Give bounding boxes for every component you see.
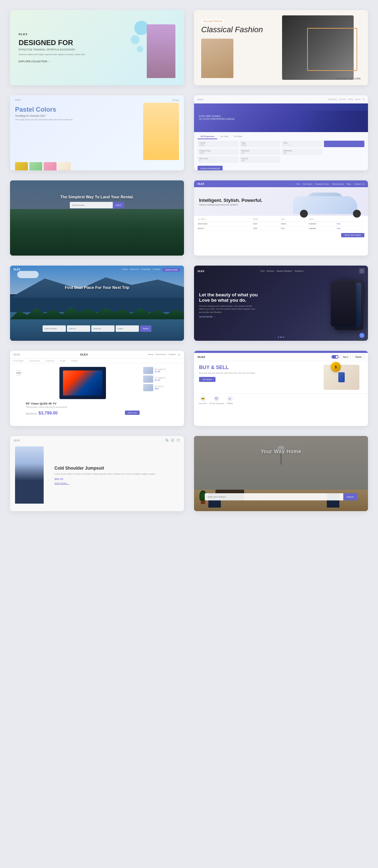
card-designed-for: DLEX DESIGNED FOR EFFECTIVE TRAINING, SP… (10, 10, 184, 85)
phone-back (331, 282, 356, 326)
card-rental: DLEX Login Sign Up The Simplest Way To L… (10, 180, 184, 256)
rental-search-button[interactable]: Search (113, 202, 124, 208)
card-1-content: DLEX DESIGNED FOR EFFECTIVE TRAINING, SP… (19, 33, 132, 63)
trip-guests-input[interactable] (116, 325, 139, 332)
field-country[interactable]: CountrySelect (198, 141, 238, 147)
card-8-nav: DLEX Find Devices Nearby Retailers Solut… (194, 266, 368, 276)
field-bathrooms[interactable]: BathroomsAny (282, 149, 323, 155)
card-11-logo: DLEX (14, 439, 20, 442)
old-price: $5,000.00 (26, 412, 37, 415)
dot-3[interactable] (283, 336, 284, 338)
card-4-nav: DLEX Shopping Contact Blog About ☰ (194, 95, 368, 103)
card-3-figure (143, 103, 179, 160)
person-figure (147, 24, 175, 78)
card-9-main: 55" Class QLED 4K TV This product comes … (26, 367, 140, 416)
cart-icon[interactable] (359, 268, 364, 273)
card-2-border (307, 28, 357, 71)
card-12-title: Your Way Home (194, 448, 368, 454)
dot-1[interactable] (278, 336, 279, 338)
card-9-subnav: TV & Video Computers Cameras Audio Mobil… (10, 359, 184, 363)
nav-btn-1[interactable]: Sign In (340, 355, 351, 359)
field-state[interactable]: StateSelect (240, 141, 281, 147)
card-10-title: BUY & SELL (199, 365, 316, 370)
field-bedrooms[interactable]: BedroomsAny (240, 149, 281, 155)
card-buy-sell: DLEX Sign In Register BUY & SELL Buy and… (194, 351, 368, 426)
subnav-audio[interactable]: Audio (57, 359, 68, 363)
card-8-logo: DLEX (198, 270, 204, 272)
field-empty (324, 149, 365, 155)
slider-nav-1[interactable] (16, 370, 21, 371)
tab-all-properties[interactable]: All Properties (198, 134, 217, 139)
card-1-desc: Summer stripes and bright tropical print… (19, 53, 132, 56)
card-3-desc: This page gives you the right informatio… (15, 118, 143, 121)
book-test-drive-button[interactable]: BOOK TEST DRIVE (341, 233, 364, 237)
logo-dlex: DLEX (19, 33, 132, 36)
next-arrow[interactable]: › (359, 333, 364, 338)
card-7-logo: DLEX (14, 268, 20, 272)
card-2-badge: COLLECTION 01 (201, 19, 224, 23)
nav-btn-2[interactable]: Register (353, 355, 364, 359)
card-9-nav: DLEX DLEX Home Electronics Contact 🛒 (10, 351, 184, 359)
field-property-type[interactable]: Property TypeSelect (198, 149, 238, 155)
rental-search-input[interactable] (70, 202, 113, 208)
related-products: 65" QLED TV $2,499 75" OLED TV $3,199 (143, 367, 179, 391)
dot-2[interactable] (280, 336, 282, 338)
card-your-way-home: Your Way Home Search (194, 436, 368, 511)
trip-checkout-input[interactable] (91, 325, 115, 332)
card-10-desc: Buy and sell your devices with best pric… (199, 372, 316, 374)
field-price[interactable]: Price────── (282, 141, 323, 147)
card-5-search: Search (10, 202, 184, 208)
table-row: Jetsell X 2023 SUV Available View (198, 226, 364, 231)
cart-icon[interactable]: 🛒 (178, 353, 180, 356)
card-6-nav: DLEX Find Car Name Featured Cars Testimo… (194, 180, 368, 187)
heart-icon[interactable]: ♡ (176, 438, 180, 442)
search-icon[interactable]: 🔍 (165, 438, 169, 442)
card-12-search: Search (205, 493, 357, 500)
card-1-cta[interactable]: EXPLORE COLLECTION → (19, 60, 132, 63)
subnav-mobile[interactable]: Mobile (68, 359, 81, 363)
card-11-nav-icons: 🔍 🛒 ♡ (165, 438, 180, 442)
related-item-3: 43" LED TV $899 (143, 384, 179, 391)
tab-for-sale[interactable]: For Sale (217, 134, 231, 139)
add-to-cart-button[interactable]: Add to Cart (125, 411, 140, 415)
trip-search-button[interactable]: Search (140, 325, 151, 332)
feature-easy-pay: 💳 Easy Pay (199, 396, 207, 404)
card-8-title: Let the beauty of what youLove be what y… (199, 292, 334, 303)
card-9-nav-links: Home Electronics Contact 🛒 (148, 353, 180, 356)
field-price-from[interactable]: Price From0 (198, 156, 238, 163)
subnav-tv[interactable]: TV & Video (10, 359, 26, 363)
card-4-hero-title: EXPLORE HOMES IN YOUR PREFERRED AREAS (199, 115, 234, 120)
card-10-right: $ (320, 365, 363, 390)
feature-verified: ✓ Verified (227, 396, 233, 404)
get-started-button[interactable]: Get Started (199, 377, 215, 382)
card-4-form: CountrySelect StateSelect Price────── Pr… (194, 139, 368, 164)
cart-icon[interactable]: 🛒 (170, 438, 175, 442)
slider-nav-3[interactable] (16, 375, 21, 375)
slider-nav-2[interactable] (16, 373, 21, 373)
card-10-nav-right: Sign In Register (331, 355, 364, 359)
home-search-input[interactable] (205, 493, 343, 500)
model-figure-container (15, 445, 51, 505)
nav-search-button[interactable]: SEARCH NOW (163, 268, 180, 272)
subnav-cameras[interactable]: Cameras (43, 359, 57, 363)
related-item-2: 75" OLED TV $3,199 (143, 375, 179, 383)
home-search-button[interactable]: Search (343, 493, 357, 500)
theme-toggle[interactable] (331, 355, 339, 359)
subnav-computers[interactable]: Computers (26, 359, 43, 363)
verified-icon: ✓ (227, 396, 233, 402)
card-2-cta[interactable]: EXPLORE THE LOOK (336, 77, 361, 80)
search-properties-button[interactable]: SEARCH PROPERTIES (198, 166, 223, 170)
thumb-yellow (15, 162, 28, 170)
card-3-subtitle: Trending For Summer 2017 (15, 115, 143, 117)
card-3-text: Pastel Colors Trending For Summer 2017 T… (15, 103, 143, 121)
card-car: DLEX Find Car Name Featured Cars Testimo… (194, 180, 368, 256)
shop-now-link[interactable]: SHOP NOW → (54, 482, 179, 484)
trip-checkin-input[interactable] (67, 325, 90, 332)
card-explore-homes: DLEX Shopping Contact Blog About ☰ EXPLO… (194, 95, 368, 170)
related-thumb-2 (143, 375, 153, 383)
model-figure (15, 446, 44, 504)
field-price-to[interactable]: Price ToMax (240, 156, 281, 163)
show-more-link[interactable]: SHOW MORE → (199, 316, 334, 318)
tab-for-rent[interactable]: For Rent (231, 134, 245, 139)
trip-location-input[interactable] (43, 325, 66, 332)
